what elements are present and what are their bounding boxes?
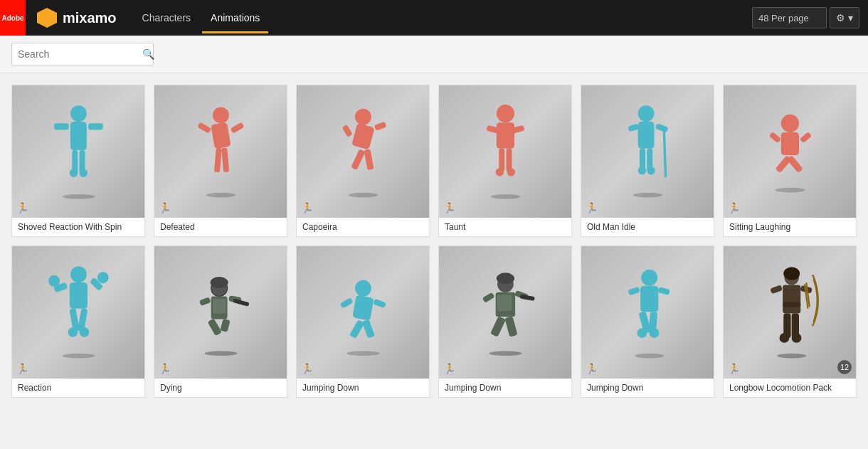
svg-rect-1 — [70, 122, 87, 150]
svg-rect-36 — [628, 123, 639, 132]
svg-rect-45 — [786, 155, 803, 173]
card-2-run-icon: 🏃 — [159, 202, 171, 213]
card-3-figure — [310, 99, 416, 205]
svg-point-30 — [507, 168, 514, 176]
card-6-run-icon: 🏃 — [728, 202, 740, 213]
svg-point-48 — [775, 187, 804, 192]
card-8-run-icon: 🏃 — [159, 363, 171, 374]
mixamo-wordmark: mixamo — [63, 10, 117, 26]
card-5-label: Old Man Idle — [581, 218, 714, 236]
svg-point-55 — [48, 275, 60, 286]
nav-animations[interactable]: Animations — [202, 2, 268, 33]
svg-point-107 — [779, 333, 789, 343]
svg-point-57 — [68, 327, 78, 337]
card-4-run-icon: 🏃 — [443, 202, 455, 213]
per-page-select[interactable]: 48 Per page 24 Per page 96 Per page — [752, 7, 827, 28]
card-6-figure — [737, 99, 843, 205]
card-6[interactable]: 🏃 Sitting Laughing — [723, 85, 857, 237]
svg-point-16 — [355, 108, 371, 125]
card-2-image: 🏃 — [154, 85, 287, 218]
card-3[interactable]: 🏃 Capoeira — [296, 85, 430, 237]
adobe-label: Adobe — [1, 14, 23, 22]
card-4-label: Taunt — [439, 218, 571, 236]
card-1-figure — [26, 99, 132, 205]
settings-button[interactable]: ⚙ ▾ — [830, 7, 859, 28]
svg-rect-75 — [373, 298, 386, 307]
svg-point-23 — [496, 105, 514, 122]
svg-rect-10 — [211, 122, 231, 149]
svg-rect-81 — [490, 316, 506, 337]
card-10[interactable]: 🏃 Jumping Down — [438, 245, 572, 398]
card-7-label: Reaction — [12, 379, 144, 397]
search-box: 🔍 — [11, 43, 154, 65]
svg-point-78 — [496, 273, 514, 284]
svg-rect-12 — [221, 147, 229, 172]
svg-point-42 — [780, 114, 798, 132]
per-page-wrapper: 48 Per page 24 Per page 96 Per page — [752, 7, 827, 28]
svg-point-97 — [783, 267, 800, 280]
nav-characters[interactable]: Characters — [134, 2, 199, 33]
card-1-label: Shoved Reaction With Spin — [12, 218, 144, 236]
card-2[interactable]: 🏃 Defeated — [154, 85, 287, 237]
card-3-label: Capoeira — [297, 218, 429, 236]
svg-rect-50 — [69, 282, 87, 309]
svg-rect-18 — [351, 149, 365, 170]
svg-point-15 — [206, 192, 235, 197]
nav-links: Characters Animations — [134, 2, 269, 33]
card-11-run-icon: 🏃 — [586, 363, 598, 374]
svg-point-61 — [210, 277, 228, 288]
card-9-image: 🏃 — [297, 246, 429, 379]
card-1[interactable]: 🏃 Shoved Reaction With Spin — [11, 85, 145, 237]
svg-rect-64 — [207, 318, 221, 336]
svg-rect-73 — [361, 319, 374, 338]
card-12[interactable]: 🏃 12 Longbow Locomotion Pack — [723, 245, 857, 398]
card-10-label: Jumping Down — [439, 379, 571, 397]
svg-rect-82 — [504, 316, 517, 337]
mixamo-logo: mixamo — [37, 8, 117, 28]
svg-point-49 — [70, 266, 87, 282]
svg-point-94 — [649, 328, 659, 338]
card-8-image: 🏃 — [154, 246, 287, 379]
svg-point-70 — [355, 280, 371, 296]
card-11-image: 🏃 — [581, 246, 714, 379]
card-7[interactable]: 🏃 Reaction — [11, 245, 145, 398]
card-2-figure — [168, 99, 274, 205]
card-11-figure — [595, 260, 701, 366]
svg-point-22 — [348, 192, 377, 197]
card-7-image: 🏃 — [12, 246, 144, 379]
card-5-figure — [595, 99, 701, 205]
card-9[interactable]: 🏃 Jumping Down — [296, 245, 430, 398]
svg-point-41 — [633, 192, 662, 197]
settings-icon: ⚙ — [836, 12, 845, 23]
card-4[interactable]: 🏃 Taunt — [438, 85, 572, 237]
svg-rect-98 — [783, 285, 800, 313]
card-5-run-icon: 🏃 — [586, 202, 598, 213]
search-input[interactable] — [18, 48, 142, 60]
svg-point-6 — [69, 169, 77, 176]
svg-rect-102 — [770, 285, 783, 294]
card-2-label: Defeated — [154, 218, 287, 236]
card-5[interactable]: 🏃 Old Man Idle — [581, 85, 714, 237]
card-4-image: 🏃 — [439, 85, 571, 218]
card-8-figure — [168, 260, 274, 366]
card-12-badge: 12 — [837, 360, 852, 374]
svg-point-8 — [62, 194, 95, 199]
svg-rect-24 — [496, 122, 514, 149]
svg-line-38 — [664, 130, 665, 176]
svg-point-93 — [637, 328, 647, 338]
svg-point-108 — [791, 333, 801, 343]
svg-rect-14 — [230, 122, 244, 133]
card-11[interactable]: 🏃 Jumping Down — [581, 245, 714, 398]
card-9-run-icon: 🏃 — [301, 363, 313, 374]
svg-rect-63 — [213, 299, 226, 314]
adobe-logo: Adobe — [0, 0, 26, 36]
svg-rect-43 — [780, 132, 798, 155]
svg-rect-99 — [783, 302, 800, 307]
card-7-run-icon: 🏃 — [16, 363, 28, 374]
svg-point-95 — [635, 353, 664, 358]
card-12-figure — [737, 260, 843, 366]
card-8[interactable]: 🏃 Dying — [154, 245, 287, 398]
svg-point-9 — [213, 107, 229, 123]
card-6-image: 🏃 — [724, 85, 856, 218]
svg-rect-65 — [220, 318, 230, 332]
